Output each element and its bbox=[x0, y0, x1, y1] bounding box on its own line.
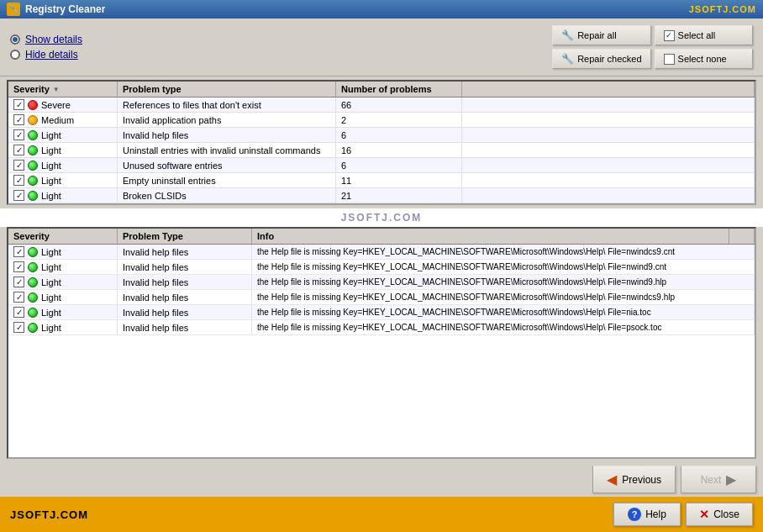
lower-table-section: Severity Problem Type Info ✓ Light Inval… bbox=[7, 227, 756, 459]
lower-row-checkbox[interactable]: ✓ bbox=[13, 246, 24, 257]
row-checkbox[interactable]: ✓ bbox=[13, 99, 24, 110]
severity-text: Medium bbox=[41, 115, 74, 125]
problem-cell: Uninstall entries with invalid uninstall… bbox=[118, 143, 336, 157]
table-row: ✓ Light Uninstall entries with invalid u… bbox=[8, 143, 755, 158]
show-details-radio[interactable]: Show details bbox=[10, 34, 82, 45]
table-row: ✓ Light Broken CLSIDs 21 bbox=[8, 188, 755, 203]
sort-icon: ▼ bbox=[53, 86, 60, 93]
footer: JSOFTJ.COM ? Help ✕ Close bbox=[0, 497, 763, 532]
lower-severity-cell: ✓ Light bbox=[8, 275, 118, 289]
lower-col-info[interactable]: Info bbox=[252, 229, 729, 244]
close-button[interactable]: ✕ Close bbox=[686, 503, 753, 526]
row-checkbox[interactable]: ✓ bbox=[13, 129, 24, 140]
lower-severity-text: Light bbox=[41, 323, 61, 333]
row-checkbox[interactable]: ✓ bbox=[13, 145, 24, 155]
lower-table-row: ✓ Light Invalid help files the Help file… bbox=[8, 290, 755, 305]
lower-info-cell: the Help file is missing Key=HKEY_LOCAL_… bbox=[252, 245, 755, 259]
extra-cell bbox=[462, 158, 755, 172]
top-section: Show details Hide details 🔧 Repair all ✓… bbox=[0, 18, 763, 76]
lower-table-row: ✓ Light Invalid help files the Help file… bbox=[8, 245, 755, 260]
hide-details-radio-circle bbox=[10, 50, 20, 60]
count-cell: 2 bbox=[336, 113, 462, 127]
help-label: Help bbox=[645, 508, 666, 520]
count-cell: 11 bbox=[336, 173, 462, 187]
lower-problem-cell: Invalid help files bbox=[118, 245, 252, 259]
count-cell: 21 bbox=[336, 188, 462, 203]
help-button[interactable]: ? Help bbox=[613, 503, 681, 526]
lower-severity-dot bbox=[28, 323, 38, 333]
upper-col-severity[interactable]: Severity ▼ bbox=[8, 82, 118, 97]
lower-severity-dot bbox=[28, 292, 38, 303]
app-icon: 🔧 bbox=[7, 3, 20, 16]
severity-dot bbox=[28, 130, 38, 140]
lower-row-checkbox[interactable]: ✓ bbox=[13, 307, 24, 318]
lower-info-cell: the Help file is missing Key=HKEY_LOCAL_… bbox=[252, 305, 755, 319]
repair-all-button[interactable]: 🔧 Repair all bbox=[552, 25, 650, 45]
lower-table-body: ✓ Light Invalid help files the Help file… bbox=[8, 245, 755, 457]
severity-dot bbox=[28, 161, 38, 171]
lower-row-checkbox[interactable]: ✓ bbox=[13, 322, 24, 333]
lower-severity-dot bbox=[28, 277, 38, 287]
upper-table-header: Severity ▼ Problem type Number of proble… bbox=[8, 82, 755, 97]
hide-details-radio[interactable]: Hide details bbox=[10, 49, 82, 61]
upper-col-problem[interactable]: Problem type bbox=[118, 82, 336, 97]
severity-dot bbox=[28, 191, 38, 201]
lower-col-problem[interactable]: Problem Type bbox=[118, 229, 252, 244]
next-label: Next bbox=[701, 474, 722, 486]
severity-text: Light bbox=[41, 176, 61, 186]
footer-buttons: ? Help ✕ Close bbox=[613, 503, 753, 526]
previous-button[interactable]: ◀ Previous bbox=[592, 466, 676, 493]
lower-row-checkbox[interactable]: ✓ bbox=[13, 261, 24, 272]
problem-cell: Empty uninstall entries bbox=[118, 173, 336, 187]
close-icon: ✕ bbox=[699, 508, 709, 521]
lower-table-row: ✓ Light Invalid help files the Help file… bbox=[8, 305, 755, 320]
help-icon: ? bbox=[628, 508, 641, 521]
footer-brand: JSOFTJ.COM bbox=[10, 508, 88, 521]
repair-checked-button[interactable]: 🔧 Repair checked bbox=[552, 49, 650, 69]
extra-cell bbox=[462, 97, 755, 112]
row-checkbox[interactable]: ✓ bbox=[13, 190, 24, 201]
bottom-nav: ◀ Previous Next ▶ bbox=[0, 462, 763, 497]
upper-watermark: JSOFTJ.COM bbox=[0, 208, 763, 227]
previous-label: Previous bbox=[622, 474, 661, 486]
lower-table-row: ✓ Light Invalid help files the Help file… bbox=[8, 275, 755, 290]
severity-text: Severe bbox=[41, 100, 71, 110]
count-cell: 16 bbox=[336, 143, 462, 157]
lower-col-scroll bbox=[729, 229, 755, 244]
count-cell: 6 bbox=[336, 128, 462, 142]
lower-problem-cell: Invalid help files bbox=[118, 290, 252, 304]
select-all-button[interactable]: ✓ Select all bbox=[655, 25, 753, 45]
row-checkbox[interactable]: ✓ bbox=[13, 114, 24, 125]
lower-info-cell: the Help file is missing Key=HKEY_LOCAL_… bbox=[252, 260, 755, 274]
row-checkbox[interactable]: ✓ bbox=[13, 160, 24, 171]
severity-cell: ✓ Light bbox=[8, 188, 118, 203]
lower-row-checkbox[interactable]: ✓ bbox=[13, 277, 24, 287]
next-button[interactable]: Next ▶ bbox=[681, 466, 756, 493]
lower-severity-cell: ✓ Light bbox=[8, 305, 118, 319]
select-none-button[interactable]: Select none bbox=[655, 49, 753, 69]
title-brand: JSOFTJ.COM bbox=[689, 4, 756, 14]
lower-row-checkbox[interactable]: ✓ bbox=[13, 292, 24, 303]
lower-severity-dot bbox=[28, 308, 38, 318]
severity-cell: ✓ Light bbox=[8, 143, 118, 157]
problem-cell: Broken CLSIDs bbox=[118, 188, 336, 203]
problem-cell: Invalid application paths bbox=[118, 113, 336, 127]
upper-col-count[interactable]: Number of problems bbox=[336, 82, 462, 97]
lower-table-row: ✓ Light Invalid help files the Help file… bbox=[8, 260, 755, 275]
lower-severity-text: Light bbox=[41, 262, 61, 272]
severity-cell: ✓ Medium bbox=[8, 113, 118, 127]
lower-severity-cell: ✓ Light bbox=[8, 290, 118, 304]
app-title: Registry Cleaner bbox=[25, 3, 105, 15]
select-none-icon bbox=[664, 54, 675, 65]
problem-cell: Unused software entries bbox=[118, 158, 336, 172]
extra-cell bbox=[462, 113, 755, 127]
previous-arrow-icon: ◀ bbox=[607, 471, 617, 487]
hide-details-label: Hide details bbox=[25, 49, 78, 61]
row-checkbox[interactable]: ✓ bbox=[13, 175, 24, 186]
repair-all-icon: 🔧 bbox=[561, 29, 574, 41]
lower-col-severity[interactable]: Severity bbox=[8, 229, 118, 244]
severity-text: Light bbox=[41, 145, 61, 155]
lower-severity-text: Light bbox=[41, 308, 61, 318]
table-row: ✓ Severe References to files that don't … bbox=[8, 97, 755, 113]
count-cell: 66 bbox=[336, 97, 462, 112]
